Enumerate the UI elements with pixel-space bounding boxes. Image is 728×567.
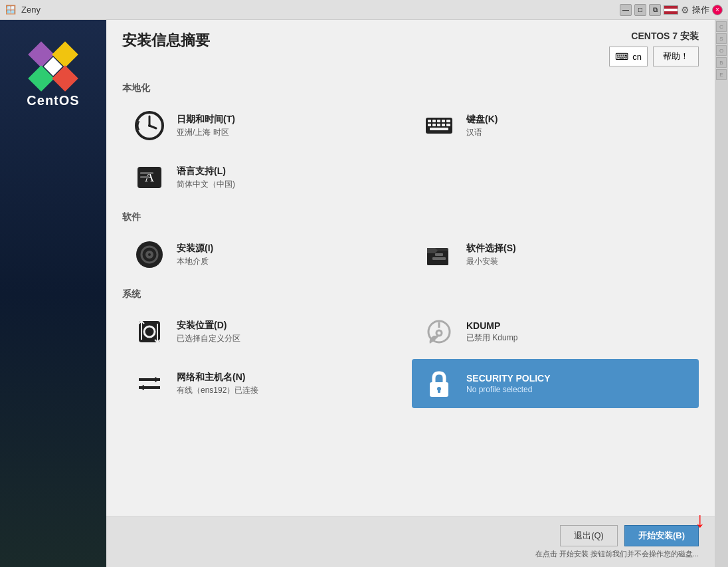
datetime-icon <box>132 108 167 144</box>
install-title: CENTOS 7 安装 <box>609 31 699 43</box>
tile-install-source[interactable]: 安装源(I) 本地介质 <box>122 230 409 279</box>
language-tile-icon: A <box>132 160 167 195</box>
tile-network[interactable]: 网络和主机名(N) 有线（ens192）已连接 <box>122 359 409 408</box>
svg-rect-12 <box>437 120 440 122</box>
keyboard-icon: ⌨ <box>615 51 628 62</box>
keyboard-text: 键盘(K) 汉语 <box>466 114 689 138</box>
software-select-name: 软件选择(S) <box>466 243 689 255</box>
titlebar-left: 🪟 Zeny <box>5 5 41 15</box>
datetime-name: 日期和时间(T) <box>177 114 400 126</box>
keyboard-sub: 汉语 <box>466 127 689 138</box>
keyboard-tile-icon <box>421 108 457 144</box>
kdump-icon <box>421 314 457 350</box>
content-area: 安装信息摘要 CENTOS 7 安装 ⌨ cn 帮助！ 本地化 <box>106 20 715 567</box>
svg-rect-11 <box>432 120 436 122</box>
main-wrapper: CentOS 安装信息摘要 CENTOS 7 安装 ⌨ cn 帮助！ <box>0 20 728 567</box>
titlebar: 🪟 Zeny — □ ⧉ ⚙ 操作 × <box>0 0 728 20</box>
tile-software-select[interactable]: 软件选择(S) 最小安装 <box>412 230 699 279</box>
datetime-sub: 亚洲/上海 时区 <box>177 127 400 138</box>
svg-rect-24 <box>140 176 149 178</box>
settings-icon[interactable]: ⚙ <box>681 5 689 15</box>
svg-rect-33 <box>435 253 443 256</box>
kdump-name: KDUMP <box>466 320 689 331</box>
install-source-sub: 本地介质 <box>177 256 400 267</box>
kdump-text: KDUMP 已禁用 Kdump <box>466 320 689 344</box>
brand-name: CentOS <box>27 93 79 108</box>
page-title: 安装信息摘要 <box>122 31 210 51</box>
kdump-sub: 已禁用 Kdump <box>466 332 689 344</box>
install-source-name: 安装源(I) <box>177 243 400 255</box>
language-name: 语言支持(L) <box>177 166 400 177</box>
software-select-icon <box>421 237 457 273</box>
network-name: 网络和主机名(N) <box>177 372 400 384</box>
footer-note: 在点击 开始安装 按钮前我们并不会操作您的磁盘... <box>535 549 699 559</box>
svg-rect-10 <box>428 120 431 122</box>
svg-rect-32 <box>432 257 446 260</box>
network-icon <box>132 366 167 401</box>
flag-icon <box>664 5 678 15</box>
sections: 本地化 日期和时间(T) 亚洲/ <box>106 73 715 516</box>
svg-point-39 <box>436 330 442 336</box>
svg-rect-23 <box>140 172 153 174</box>
software-select-sub: 最小安装 <box>466 256 689 267</box>
header-right: CENTOS 7 安装 ⌨ cn 帮助！ <box>609 31 699 66</box>
svg-rect-15 <box>428 124 431 126</box>
network-text: 网络和主机名(N) 有线（ens192）已连接 <box>177 372 400 396</box>
svg-rect-20 <box>430 128 448 130</box>
software-select-text: 软件选择(S) 最小安装 <box>466 243 689 267</box>
svg-rect-19 <box>446 124 450 126</box>
security-text: SECURITY POLICY No profile selected <box>466 373 689 394</box>
tile-security[interactable]: SECURITY POLICY No profile selected <box>412 359 699 408</box>
right-panel: C S O B E <box>715 20 728 567</box>
language-text: 语言支持(L) 简体中文（中国) <box>177 166 400 190</box>
section-label-system: 系统 <box>122 288 699 300</box>
svg-marker-42 <box>155 377 160 382</box>
svg-rect-17 <box>437 124 440 126</box>
footer: 退出(Q) 开始安装(B) 在点击 开始安装 按钮前我们并不会操作您的磁盘...… <box>106 516 715 567</box>
tile-keyboard[interactable]: 键盘(K) 汉语 <box>412 101 699 150</box>
language-input[interactable]: ⌨ cn <box>609 47 648 66</box>
datetime-text: 日期和时间(T) 亚洲/上海 时区 <box>177 114 400 138</box>
svg-point-27 <box>148 253 151 256</box>
quit-button[interactable]: 退出(Q) <box>560 525 618 546</box>
svg-rect-47 <box>438 390 440 393</box>
maximize-button[interactable]: □ <box>634 4 646 16</box>
security-name: SECURITY POLICY <box>466 373 689 384</box>
security-icon <box>421 366 457 401</box>
start-install-button[interactable]: 开始安装(B) <box>624 525 699 546</box>
install-title-area: CENTOS 7 安装 ⌨ cn 帮助！ <box>609 31 699 66</box>
minimize-button[interactable]: — <box>620 4 632 16</box>
panel-item-5: E <box>716 69 727 80</box>
sidebar: CentOS <box>0 20 106 567</box>
tile-language[interactable]: A 语言支持(L) 简体中文（中国) <box>122 153 409 202</box>
footer-buttons: 退出(Q) 开始安装(B) <box>560 525 699 546</box>
install-dest-icon <box>132 314 167 350</box>
app-title: Zeny <box>21 5 41 15</box>
svg-rect-14 <box>446 120 450 122</box>
tile-kdump[interactable]: KDUMP 已禁用 Kdump <box>412 307 699 356</box>
security-sub: No profile selected <box>466 385 689 394</box>
install-dest-name: 安装位置(D) <box>177 320 400 332</box>
tile-datetime[interactable]: 日期和时间(T) 亚洲/上海 时区 <box>122 101 409 150</box>
panel-item-4: B <box>716 57 727 68</box>
panel-item-2: S <box>716 33 727 44</box>
app-icon: 🪟 <box>5 5 16 15</box>
panel-item-1: C <box>716 21 727 32</box>
ops-label: 操作 <box>692 4 709 16</box>
restore-button[interactable]: ⧉ <box>649 4 661 16</box>
install-dest-text: 安装位置(D) 已选择自定义分区 <box>177 320 400 344</box>
centos-logo <box>27 40 80 93</box>
keyboard-name: 键盘(K) <box>466 114 689 126</box>
svg-marker-44 <box>139 385 144 390</box>
section-grid-software: 安装源(I) 本地介质 <box>122 230 699 279</box>
network-sub: 有线（ens192）已连接 <box>177 385 400 396</box>
content-header: 安装信息摘要 CENTOS 7 安装 ⌨ cn 帮助！ <box>106 20 715 73</box>
titlebar-right: — □ ⧉ ⚙ 操作 × <box>620 4 723 16</box>
section-label-software: 软件 <box>122 211 699 223</box>
close-button[interactable]: × <box>712 5 723 15</box>
section-grid-localization: 日期和时间(T) 亚洲/上海 时区 <box>122 101 699 202</box>
help-button[interactable]: 帮助！ <box>653 47 699 66</box>
tile-install-dest[interactable]: 安装位置(D) 已选择自定义分区 <box>122 307 409 356</box>
svg-rect-13 <box>442 120 445 122</box>
install-source-text: 安装源(I) 本地介质 <box>177 243 400 267</box>
